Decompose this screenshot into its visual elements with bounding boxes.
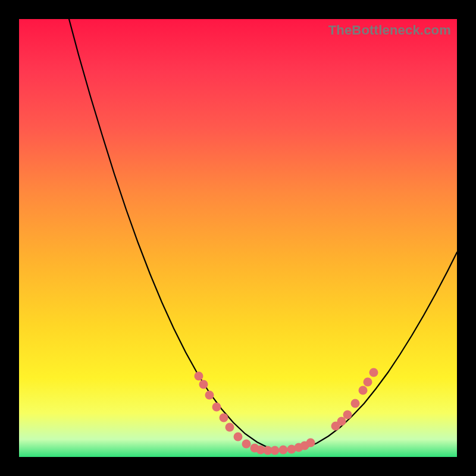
curve-marker bbox=[234, 433, 243, 441]
curve-marker bbox=[212, 403, 221, 412]
curve-marker bbox=[226, 423, 234, 432]
curve-layer bbox=[19, 19, 457, 457]
curve-marker bbox=[343, 411, 352, 419]
watermark-text: TheBottleneck.com bbox=[328, 23, 451, 38]
curve-markers bbox=[195, 368, 378, 455]
curve-marker bbox=[242, 440, 251, 449]
curve-marker bbox=[199, 380, 208, 389]
bottleneck-curve bbox=[69, 19, 457, 450]
curve-marker bbox=[205, 391, 214, 400]
curve-marker bbox=[369, 368, 378, 377]
curve-marker bbox=[220, 414, 228, 422]
plot-area: TheBottleneck.com bbox=[19, 19, 457, 457]
curve-marker bbox=[364, 378, 372, 387]
curve-marker bbox=[279, 446, 288, 455]
curve-marker bbox=[359, 386, 368, 395]
curve-marker bbox=[195, 372, 203, 381]
curve-marker bbox=[271, 446, 280, 455]
curve-marker bbox=[306, 439, 315, 447]
curve-marker bbox=[351, 399, 360, 408]
